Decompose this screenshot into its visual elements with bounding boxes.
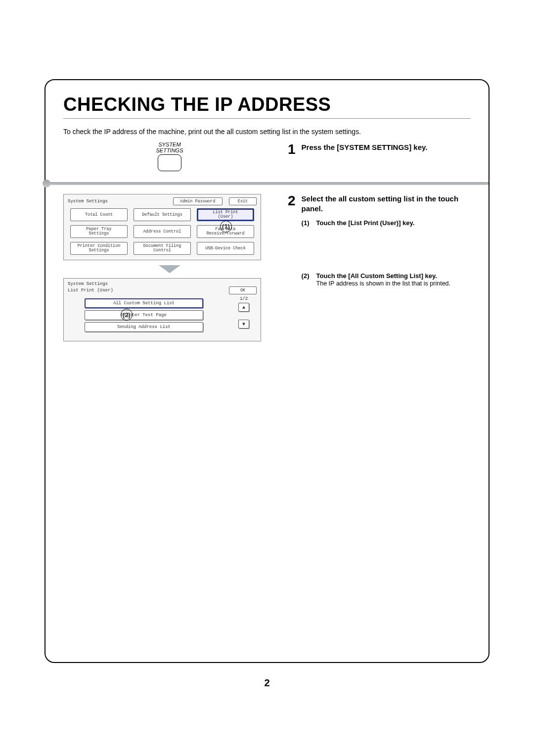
hwkey-label-1: SYSTEM <box>158 142 180 147</box>
ok-button[interactable]: OK <box>229 286 257 294</box>
document-filing-control-button[interactable]: Document Filing Control <box>134 242 191 255</box>
admin-password-button[interactable]: Admin Password <box>173 197 222 205</box>
page-number: 2 <box>45 677 489 689</box>
substep-2-text: The IP address is shown in the list that… <box>316 280 450 287</box>
page-down-button[interactable]: ▼ <box>238 320 249 329</box>
fax-data-receive-forward-button[interactable]: Fax Data Receive/Forward (1) <box>197 225 254 238</box>
system-settings-hardware-key[interactable] <box>158 154 181 171</box>
sending-address-list-button[interactable]: Sending Address List <box>85 322 203 332</box>
step-2-number: 2 <box>288 194 296 230</box>
list-print-user-button[interactable]: List Print (User) <box>197 208 254 221</box>
all-custom-setting-list-label: All Custom Setting List <box>113 301 175 306</box>
panel2-header: System Settings <box>68 282 108 286</box>
intro-text: To check the IP address of the machine, … <box>63 128 471 136</box>
printer-condition-settings-button[interactable]: Printer Condition Settings <box>70 242 128 255</box>
callout-1: (1) <box>220 221 232 233</box>
page-up-button[interactable]: ▲ <box>238 303 249 312</box>
address-control-button[interactable]: Address Control <box>134 225 191 238</box>
exit-button[interactable]: Exit <box>229 197 257 205</box>
hwkey-label-2: SETTINGS <box>156 147 183 153</box>
default-settings-button[interactable]: Default Settings <box>134 208 191 221</box>
usb-device-check-button[interactable]: USB-Device Check <box>197 242 254 255</box>
panel2-subheader: List Print (User) <box>68 288 113 293</box>
paper-tray-settings-button[interactable]: Paper Tray Settings <box>70 225 128 238</box>
callout-2: (2) <box>121 309 133 321</box>
total-count-button[interactable]: Total Count <box>70 208 128 221</box>
touch-panel-system-settings: System Settings Admin Password Exit Tota… <box>63 194 261 260</box>
system-settings-key-graphic: SYSTEM SETTINGS <box>156 142 183 171</box>
substep-1-number: (1) <box>302 219 316 227</box>
substep-2-number: (2) <box>302 272 316 287</box>
all-custom-setting-list-button[interactable]: All Custom Setting List <box>85 298 203 308</box>
step-1-text: Press the [SYSTEM SETTINGS] key. <box>302 142 471 152</box>
printer-test-page-button[interactable]: Printer Test Page (2) <box>85 310 203 320</box>
panel1-header: System Settings <box>68 199 108 204</box>
section-divider <box>45 182 489 185</box>
step-1-number: 1 <box>288 142 296 156</box>
step-2-title: Select the all custom setting list in th… <box>302 194 471 214</box>
touch-panel-list-print-user: System Settings List Print (User) OK All… <box>63 278 261 341</box>
substep-2-title: Touch the [All Custom Setting List] key. <box>316 272 437 280</box>
list-print-user-label: List Print (User) <box>213 210 238 220</box>
page-title: CHECKING THE IP ADDRESS <box>63 94 471 119</box>
substep-1-text: Touch the [List Print (User)] key. <box>316 219 415 227</box>
sending-address-list-label: Sending Address List <box>117 325 171 330</box>
pager-indicator: 1/2 <box>240 296 248 301</box>
down-arrow-icon <box>159 265 180 273</box>
